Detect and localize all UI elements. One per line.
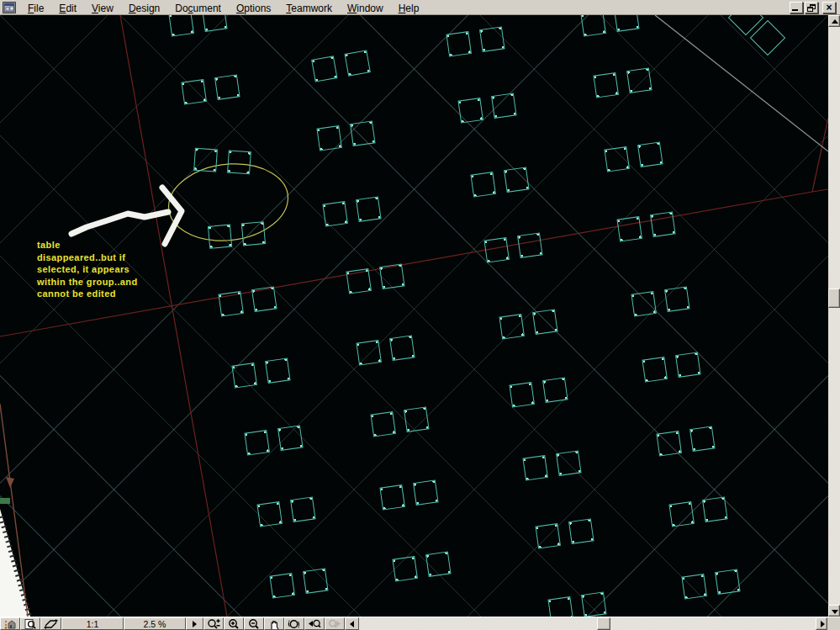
quick-options-button[interactable] [0,617,20,630]
menu-item-teamwork[interactable]: Teamwork [278,2,340,15]
table-square[interactable] [542,377,568,402]
table-square[interactable] [681,574,706,599]
table-square[interactable] [231,363,256,388]
table-square[interactable] [316,125,341,151]
table-square[interactable] [244,430,269,455]
table-square[interactable] [580,15,605,37]
table-square[interactable] [241,221,266,246]
table-square[interactable] [642,357,667,382]
table-square[interactable] [479,26,505,51]
minimize-button[interactable] [790,2,803,13]
table-square[interactable] [616,216,642,241]
table-square[interactable] [311,56,337,82]
table-square[interactable] [664,286,689,311]
table-square[interactable] [656,431,681,456]
menu-item-edit[interactable]: Edit [51,2,84,15]
next-zoom-button[interactable] [325,617,345,630]
vertical-scrollbar[interactable] [828,15,840,617]
table-square[interactable] [256,501,282,527]
table-square[interactable] [593,72,618,98]
table-square[interactable] [214,74,240,99]
menu-item-document[interactable]: Document [167,2,229,15]
scroll-left-button[interactable] [345,617,359,630]
table-square[interactable] [675,352,700,377]
menu-item-help[interactable]: Help [391,2,427,15]
scroll-right-button[interactable] [816,617,827,630]
rebuild-button[interactable] [40,617,61,630]
table-square[interactable] [491,93,516,118]
zoom-in-button[interactable] [224,617,244,630]
table-square[interactable] [251,286,277,311]
table-square[interactable] [556,450,581,475]
floor-plan-canvas[interactable]: table disappeared..but if selected, it a… [0,15,828,617]
scale-button[interactable]: 1:1 [61,617,124,630]
table-square[interactable] [517,232,542,257]
table-pair[interactable] [193,148,251,175]
table-square[interactable] [350,120,375,146]
table-square[interactable] [425,551,451,576]
table-square[interactable] [483,237,509,262]
table-square[interactable] [345,50,371,76]
table-square[interactable] [457,98,483,123]
table-square[interactable] [356,340,381,365]
table-square[interactable] [446,31,471,56]
table-square[interactable] [379,263,404,289]
table-square[interactable] [370,411,395,437]
table-square[interactable] [522,455,547,480]
table-square[interactable] [218,291,243,316]
scroll-up-button[interactable] [828,15,840,27]
menu-item-view[interactable]: View [84,2,121,15]
table-square[interactable] [532,309,557,334]
menu-item-file[interactable]: File [20,2,51,15]
zoom-out-button[interactable] [244,617,264,630]
zoom-percent-button[interactable] [203,617,224,630]
table-square[interactable] [470,172,495,197]
fit-in-window-button[interactable] [284,617,304,630]
zoom-level-button[interactable]: 2.5 % [124,617,186,630]
horizontal-scroll-thumb[interactable] [597,617,610,630]
table-square[interactable] [290,496,315,521]
table-square[interactable] [702,496,727,521]
previous-zoom-button[interactable] [304,617,325,630]
table-square[interactable] [193,148,218,172]
table-square[interactable] [168,15,193,37]
table-square[interactable] [303,568,328,593]
expand-options-button[interactable] [186,617,203,630]
table-square[interactable] [637,141,663,167]
table-square[interactable] [392,556,417,581]
vertical-scroll-thumb[interactable] [828,289,840,308]
table-square[interactable] [265,357,290,383]
table-square[interactable] [404,406,429,431]
restore-button[interactable] [805,2,818,13]
scroll-down-button[interactable] [828,605,840,617]
table-square[interactable] [277,425,303,450]
table-square[interactable] [581,591,606,617]
table-square[interactable] [504,167,529,192]
table-square[interactable] [715,569,740,594]
zoom-preview-button[interactable] [20,617,40,630]
table-square[interactable] [346,268,371,294]
table-square[interactable] [668,501,694,527]
pan-button[interactable] [264,617,284,630]
table-square[interactable] [269,573,294,598]
table-square[interactable] [181,79,206,104]
table-square[interactable] [626,67,652,93]
table-square[interactable] [227,150,251,174]
table-square[interactable] [208,225,232,249]
table-square[interactable] [535,523,560,548]
menu-item-design[interactable]: Design [121,2,167,15]
table-square[interactable] [322,201,347,226]
close-button[interactable]: × [822,2,836,13]
table-square[interactable] [568,518,594,543]
table-square[interactable] [689,426,715,451]
table-square[interactable] [356,196,381,221]
table-square[interactable] [499,314,524,339]
horizontal-scrollbar[interactable] [359,617,827,630]
table-square[interactable] [379,484,404,510]
table-square[interactable] [413,479,438,505]
table-square[interactable] [604,146,629,172]
table-square[interactable] [389,335,415,360]
document-window-icon[interactable] [3,2,16,13]
table-square[interactable] [650,211,675,236]
table-square[interactable] [547,596,573,617]
